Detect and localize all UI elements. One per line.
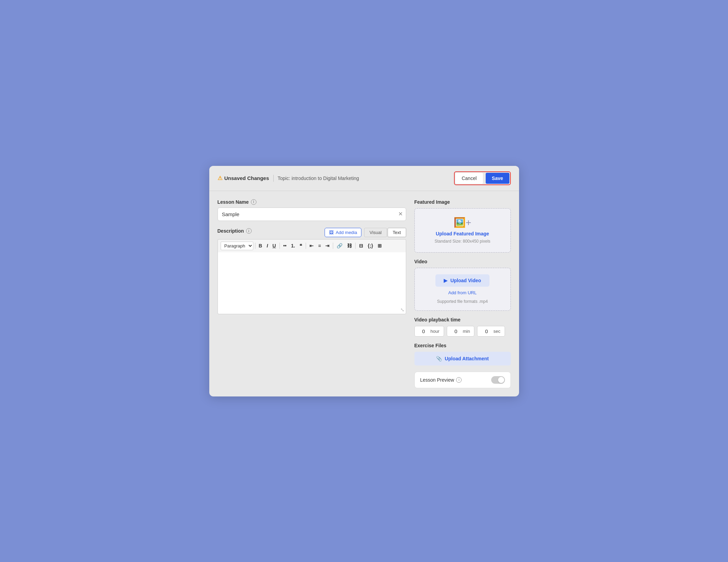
hour-group: hour xyxy=(414,326,444,337)
attachment-icon: 📎 xyxy=(436,356,442,361)
lesson-name-label: Lesson Name i xyxy=(218,199,406,205)
code-button[interactable]: {;} xyxy=(366,242,375,250)
video-box: ▶ Upload Video Add from URL Supported fi… xyxy=(414,268,511,311)
insert-button[interactable]: ⊟ xyxy=(357,242,365,250)
preview-info-icon[interactable]: i xyxy=(456,377,462,383)
link-button[interactable]: 🔗 xyxy=(335,242,344,250)
toggle-knob xyxy=(498,377,504,383)
supported-formats: Supported file formats .mp4 xyxy=(437,299,488,304)
playback-title: Video playback time xyxy=(414,317,511,322)
description-info-icon[interactable]: i xyxy=(246,228,252,234)
toolbar-sep-3 xyxy=(306,243,306,249)
italic-button[interactable]: I xyxy=(265,242,270,250)
paragraph-select[interactable]: Paragraph xyxy=(221,242,253,250)
ol-button[interactable]: 1. xyxy=(289,242,297,250)
unsaved-indicator: ⚠ Unsaved Changes xyxy=(218,175,269,181)
description-label: Description i xyxy=(218,228,252,234)
header-actions: Cancel Save xyxy=(454,171,510,185)
lesson-preview-toggle[interactable] xyxy=(491,376,505,384)
upload-featured-image-link[interactable]: Upload Featured Image xyxy=(420,231,505,236)
featured-image-box: 🖼️+ Upload Featured Image Standard Size:… xyxy=(414,208,511,253)
hour-input[interactable] xyxy=(419,328,429,334)
lesson-modal: ⚠ Unsaved Changes Topic: introduction to… xyxy=(209,166,519,396)
lesson-preview-section: Lesson Preview i xyxy=(414,372,511,388)
upload-attachment-button[interactable]: 📎 Upload Attachment xyxy=(414,352,511,365)
hour-label: hour xyxy=(431,329,440,334)
video-section: Video ▶ Upload Video Add from URL Suppor… xyxy=(414,259,511,311)
topic-label: Topic: introduction to Digital Marketing xyxy=(278,176,359,181)
modal-body: Lesson Name i ✕ Description i 🖼 xyxy=(209,191,519,396)
warning-icon: ⚠ xyxy=(218,175,222,181)
featured-image-title: Featured Image xyxy=(414,199,511,205)
min-label: min xyxy=(463,329,470,334)
video-title: Video xyxy=(414,259,511,264)
upload-image-icon: 🖼️+ xyxy=(420,217,505,228)
exercise-section: Exercise Files 📎 Upload Attachment xyxy=(414,343,511,365)
clear-lesson-name-button[interactable]: ✕ xyxy=(398,211,403,217)
more-button[interactable]: ⊞ xyxy=(376,242,383,250)
align-right-button[interactable]: ⇥ xyxy=(324,242,331,250)
quote-button[interactable]: ❝ xyxy=(298,242,304,250)
playback-inputs: hour min sec xyxy=(414,326,511,337)
unlink-button[interactable]: ⛓ xyxy=(345,242,354,250)
preview-label: Lesson Preview i xyxy=(420,377,462,383)
upload-video-button[interactable]: ▶ Upload Video xyxy=(435,274,489,287)
view-tabs: Visual Text xyxy=(364,228,406,237)
add-media-button[interactable]: 🖼 Add media xyxy=(325,228,361,237)
editor-toolbar: Paragraph B I U •• 1. ❝ ⇤ ≡ ⇥ 🔗 ⛓ xyxy=(218,239,406,252)
tab-text[interactable]: Text xyxy=(388,228,406,237)
lesson-name-input-wrap: ✕ xyxy=(218,208,406,221)
add-media-icon: 🖼 xyxy=(329,230,334,235)
save-button[interactable]: Save xyxy=(486,173,509,184)
exercise-title: Exercise Files xyxy=(414,343,511,348)
right-panel: Featured Image 🖼️+ Upload Featured Image… xyxy=(414,199,511,388)
header-divider xyxy=(273,175,274,182)
toolbar-sep-5 xyxy=(355,243,356,249)
desc-toolbar-top: Description i 🖼 Add media Visual Text xyxy=(218,228,406,237)
lesson-name-input[interactable] xyxy=(218,208,406,221)
resize-handle: ⤡ xyxy=(400,307,404,312)
underline-button[interactable]: U xyxy=(271,242,278,250)
ul-button[interactable]: •• xyxy=(282,242,288,250)
video-icon: ▶ xyxy=(444,278,447,283)
add-from-url-link[interactable]: Add from URL xyxy=(420,290,505,295)
toolbar-sep-2 xyxy=(279,243,280,249)
tab-visual[interactable]: Visual xyxy=(364,228,387,237)
editor-area[interactable]: ⤡ xyxy=(218,252,406,314)
bold-button[interactable]: B xyxy=(257,242,264,250)
description-section: Description i 🖼 Add media Visual Text xyxy=(218,228,406,314)
sec-group: sec xyxy=(477,326,505,337)
header-left: ⚠ Unsaved Changes Topic: introduction to… xyxy=(218,175,359,182)
left-panel: Lesson Name i ✕ Description i 🖼 xyxy=(218,199,414,388)
lesson-name-info-icon[interactable]: i xyxy=(251,199,256,205)
cancel-button[interactable]: Cancel xyxy=(455,173,483,184)
min-group: min xyxy=(447,326,475,337)
toolbar-sep-4 xyxy=(333,243,333,249)
min-input[interactable] xyxy=(451,328,461,334)
image-size-hint: Standard Size: 800x450 pixels xyxy=(434,239,490,244)
align-center-button[interactable]: ≡ xyxy=(316,242,323,250)
sec-label: sec xyxy=(493,329,500,334)
toolbar-sep-1 xyxy=(255,243,255,249)
unsaved-label: Unsaved Changes xyxy=(224,175,269,181)
align-left-button[interactable]: ⇤ xyxy=(308,242,315,250)
video-playback-section: Video playback time hour min sec xyxy=(414,317,511,337)
modal-header: ⚠ Unsaved Changes Topic: introduction to… xyxy=(209,166,519,191)
sec-input[interactable] xyxy=(482,328,491,334)
